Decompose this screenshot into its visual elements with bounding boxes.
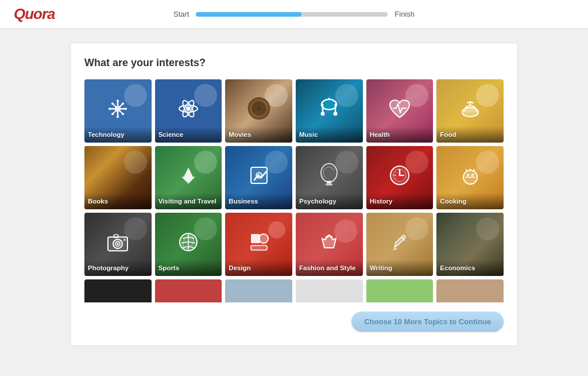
tile-label-visiting: Visiting and Travel [158,198,216,205]
svg-point-63 [259,234,268,243]
cta-button[interactable]: Choose 10 More Topics to Continue [351,312,504,332]
tile-decoration [476,217,499,240]
tile-label-overlay: Movies [225,126,292,143]
tile-label-technology: Technology [88,131,125,138]
tile-label-writing: Writing [370,264,392,271]
partial-tile-computers[interactable] [366,279,434,302]
tile-label-overlay: Design [225,260,292,276]
topic-tile-sports[interactable]: Sports [155,213,222,276]
topic-tile-science[interactable]: Science [155,79,222,143]
tile-label-overlay: Science [155,126,222,143]
header: Quora Start Finish [0,0,588,29]
movies-icon [246,96,272,121]
topic-tile-cooking[interactable]: Cooking [436,146,504,209]
partial-tile-politics[interactable] [296,279,363,302]
partial-tile-travel2[interactable] [225,279,292,302]
cta-container: Choose 10 More Topics to Continue [84,312,504,332]
topic-tile-design[interactable]: Design [225,213,292,276]
tile-label-fashion: Fashion and Style [299,264,355,271]
svg-point-5 [117,99,119,102]
interests-card: What are your interests? [70,43,518,346]
tile-label-science: Science [158,131,183,138]
svg-point-6 [117,116,119,118]
svg-point-56 [117,243,119,245]
svg-point-8 [125,108,127,110]
svg-point-49 [471,174,474,177]
topic-tile-photography[interactable]: Photography [84,213,152,276]
topic-tile-health[interactable]: Health [366,79,434,143]
tile-label-overlay: Books [84,193,152,209]
topics-row-1: Technology Science [84,79,504,143]
fashion-icon [318,231,341,254]
photography-icon [106,231,130,253]
health-icon [388,98,412,120]
topic-tile-economics[interactable]: Economics [436,213,504,276]
card-title: What are your interests? [84,57,504,69]
partial-tile-people[interactable] [436,279,504,302]
tile-label-history: History [370,198,393,205]
svg-point-31 [321,112,325,116]
topic-tile-movies[interactable]: Movies [225,79,292,143]
psychology-icon [318,163,341,188]
tile-label-overlay: Technology [84,126,152,143]
svg-point-13 [111,102,114,105]
tile-label-overlay: Photography [84,260,152,276]
svg-point-17 [186,106,191,111]
technology-icon [107,98,129,120]
topic-tile-fashion[interactable]: Fashion and Style [296,213,363,276]
topics-row-3: Photography [84,213,504,276]
tile-label-sports: Sports [158,264,179,271]
topic-tile-music[interactable]: Music [296,79,363,143]
tile-label-psychology: Psychology [299,198,336,205]
svg-line-52 [474,170,474,171]
topic-tile-technology[interactable]: Technology [84,79,152,143]
tile-label-design: Design [229,264,250,271]
svg-point-58 [123,239,126,241]
tile-label-cooking: Cooking [440,198,466,205]
tile-label-overlay: Cooking [436,193,504,209]
tile-label-overlay: Writing [366,260,434,276]
tile-label-overlay: Food [436,126,504,143]
tile-label-photography: Photography [88,264,129,271]
svg-point-16 [122,113,124,115]
svg-line-66 [393,248,397,250]
tile-label-overlay: Sports [155,260,222,276]
cooking-icon [459,164,481,186]
tile-label-books: Books [88,198,108,205]
svg-rect-43 [326,184,332,186]
topic-tile-visiting[interactable]: Visiting and Travel [155,146,222,209]
music-icon [318,97,340,121]
tile-label-overlay: History [366,193,434,209]
topic-tile-books[interactable]: Books [84,146,152,209]
svg-point-7 [109,108,111,110]
svg-rect-64 [251,245,267,250]
topic-tile-writing[interactable]: Writing [366,213,434,276]
svg-point-48 [466,174,469,177]
history-icon [388,164,411,187]
topic-tile-food[interactable]: Food [436,79,504,143]
progress-bar-container: Start Finish [173,10,415,18]
tile-label-economics: Economics [440,264,475,271]
writing-icon [389,231,411,253]
tile-label-overlay: Visiting and Travel [155,193,222,209]
food-icon [459,97,481,120]
progress-start-label: Start [173,10,189,18]
tile-decoration [268,221,285,239]
progress-finish-label: Finish [394,10,415,18]
svg-point-28 [322,99,336,110]
tile-label-overlay: Music [296,126,363,143]
tile-label-overlay: Economics [436,260,504,276]
partial-tile-math[interactable] [84,279,152,302]
tile-label-business: Business [229,198,258,205]
tile-decoration [124,151,147,174]
partial-tile-art[interactable] [155,279,222,302]
business-icon: $ [247,164,270,187]
topic-tile-psychology[interactable]: Psychology [296,146,363,209]
progress-bar-background [196,12,388,17]
tile-label-food: Food [440,131,456,138]
svg-point-32 [334,112,338,116]
logo: Quora [14,5,55,23]
svg-point-14 [122,102,124,105]
topic-tile-history[interactable]: History [366,146,434,209]
topic-tile-business[interactable]: $ Business [225,146,292,209]
